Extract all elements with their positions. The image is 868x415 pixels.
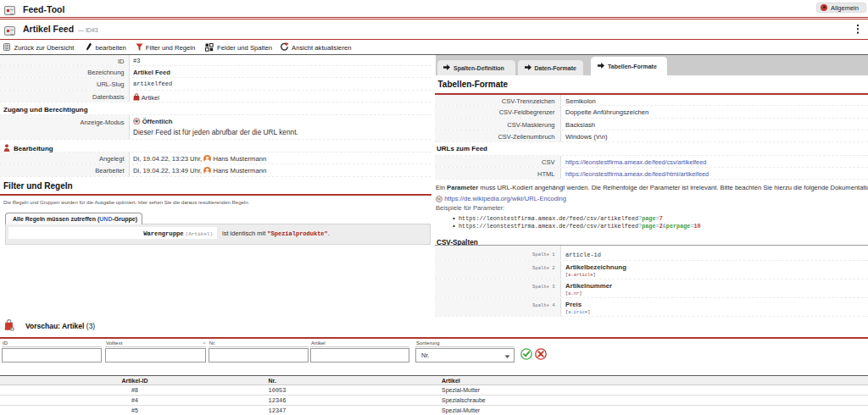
svg-text:W: W (437, 196, 442, 202)
